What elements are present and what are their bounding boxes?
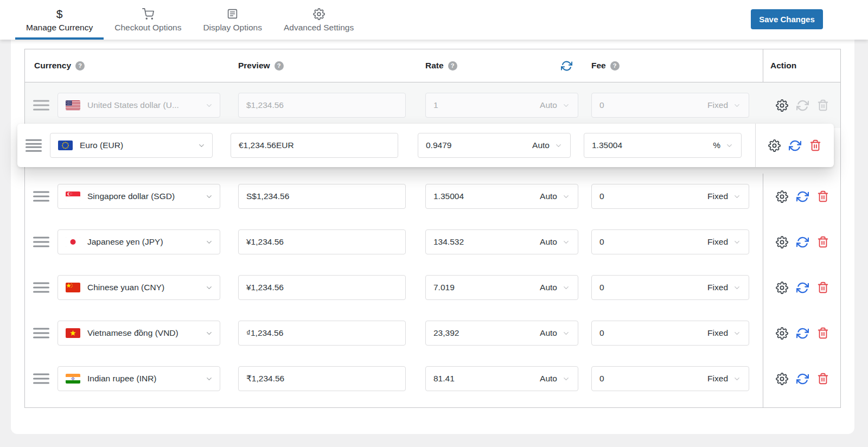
row-actions xyxy=(763,219,841,265)
fee-value-input[interactable]: 1.35004 xyxy=(592,141,622,150)
refresh-rate-icon[interactable] xyxy=(796,327,809,340)
fee-mode-label: % xyxy=(713,141,720,150)
refresh-rate-icon[interactable] xyxy=(796,282,809,294)
fee-mode-select[interactable]: Fixed xyxy=(707,374,741,384)
dragged-row-card[interactable]: Euro (EUR)€1,234.56EUR0.9479Auto1.35004% xyxy=(17,124,834,167)
chevron-down-icon xyxy=(562,284,570,292)
rate-mode-label: Auto xyxy=(540,328,557,338)
fee-mode-select[interactable]: Fixed xyxy=(707,191,741,201)
preview-input[interactable]: S$1,234.56 xyxy=(238,184,406,209)
currency-label: Singapore dollar (SGD) xyxy=(87,191,175,201)
row-actions xyxy=(763,356,841,401)
currency-select[interactable]: Vietnamese đồng (VND) xyxy=(58,321,220,346)
help-icon[interactable]: ? xyxy=(448,61,457,71)
rate-mode-select[interactable]: Auto xyxy=(540,374,570,384)
preview-value: ¥1,234.56 xyxy=(246,283,284,292)
settings-icon[interactable] xyxy=(776,236,788,248)
refresh-rate-icon[interactable] xyxy=(796,373,809,385)
tab-manage-currency[interactable]: $ Manage Currency xyxy=(15,0,104,40)
rate-value-input[interactable]: 1.35004 xyxy=(433,191,464,201)
preview-input[interactable]: €1,234.56EUR xyxy=(231,133,398,158)
tab-label: Manage Currency xyxy=(26,23,93,33)
fee-field: 0Fixed xyxy=(591,275,749,300)
delete-currency-icon[interactable] xyxy=(817,373,829,385)
help-icon[interactable]: ? xyxy=(75,61,85,71)
drag-handle-icon[interactable] xyxy=(33,283,49,293)
refresh-rate-icon[interactable] xyxy=(789,139,801,152)
rate-mode-select[interactable]: Auto xyxy=(540,237,570,247)
fee-value-input[interactable]: 0 xyxy=(599,191,604,201)
preview-input[interactable]: ¥1,234.56 xyxy=(238,229,406,254)
rate-mode-select[interactable]: Auto xyxy=(540,283,570,292)
refresh-rate-icon[interactable] xyxy=(796,190,809,203)
chevron-down-icon xyxy=(733,284,741,292)
fee-value-input[interactable]: 0 xyxy=(599,374,604,384)
drag-handle-icon[interactable] xyxy=(33,374,49,384)
refresh-rate-icon[interactable] xyxy=(796,236,809,248)
column-header-action: Action xyxy=(770,49,796,82)
currency-row-cny: Chinese yuan (CNY)¥1,234.567.019Auto0Fix… xyxy=(25,265,840,310)
rate-field: 134.532Auto xyxy=(425,229,578,254)
chevron-down-icon xyxy=(205,101,213,110)
chevron-down-icon xyxy=(733,101,741,110)
rate-value-input[interactable]: 134.532 xyxy=(433,237,464,247)
delete-currency-icon[interactable] xyxy=(817,327,829,339)
settings-icon[interactable] xyxy=(768,139,781,152)
tab-display-options[interactable]: Display Options xyxy=(192,0,273,40)
fee-mode-select[interactable]: Fixed xyxy=(707,237,741,247)
rate-value-input[interactable]: 7.019 xyxy=(433,283,455,292)
fee-value-input[interactable]: 0 xyxy=(599,328,604,338)
header-label: Rate xyxy=(425,61,444,71)
refresh-all-rates-icon[interactable] xyxy=(561,60,572,74)
rate-mode-label: Auto xyxy=(540,191,557,201)
currency-label: United States dollar (U... xyxy=(87,100,179,110)
settings-icon[interactable] xyxy=(776,373,788,385)
currency-select[interactable]: Singapore dollar (SGD) xyxy=(58,184,220,209)
fee-value-input[interactable]: 0 xyxy=(599,237,604,247)
settings-icon[interactable] xyxy=(776,327,788,340)
fee-field: 0Fixed xyxy=(591,321,749,346)
rate-value-input[interactable]: 81.41 xyxy=(433,374,455,384)
drag-handle-icon[interactable] xyxy=(33,237,49,247)
delete-currency-icon[interactable] xyxy=(817,282,829,293)
rate-mode-select[interactable]: Auto xyxy=(540,191,570,201)
preview-input[interactable]: ₫1,234.56 xyxy=(238,321,406,346)
settings-icon[interactable] xyxy=(776,99,788,112)
fee-mode-select[interactable]: Fixed xyxy=(707,283,741,292)
settings-icon[interactable] xyxy=(776,282,788,294)
row-actions xyxy=(763,265,841,310)
chevron-down-icon xyxy=(205,375,213,383)
rate-mode-label: Auto xyxy=(540,374,557,384)
currency-select[interactable]: Chinese yuan (CNY) xyxy=(58,275,220,300)
tab-advanced-settings[interactable]: Advanced Settings xyxy=(273,0,365,40)
delete-currency-icon[interactable] xyxy=(817,190,829,202)
save-changes-button[interactable]: Save Changes xyxy=(751,9,823,29)
preview-value: €1,234.56EUR xyxy=(239,141,294,150)
rate-mode-select[interactable]: Auto xyxy=(540,328,570,338)
delete-currency-icon[interactable] xyxy=(817,236,829,248)
drag-handle-icon[interactable] xyxy=(25,139,42,152)
drag-handle-icon[interactable] xyxy=(33,328,49,339)
tab-checkout-options[interactable]: Checkout Options xyxy=(104,0,192,40)
currency-select[interactable]: Euro (EUR) xyxy=(50,133,213,158)
help-icon[interactable]: ? xyxy=(275,61,284,71)
rate-mode-label: Auto xyxy=(540,283,557,292)
fee-mode-select[interactable]: Fixed xyxy=(707,328,741,338)
rate-value-input[interactable]: 23,392 xyxy=(433,328,459,338)
fee-value-input[interactable]: 0 xyxy=(599,283,604,292)
preview-input[interactable]: ¥1,234.56 xyxy=(238,275,406,300)
currency-select[interactable]: Japanese yen (JPY) xyxy=(58,229,220,254)
currency-row-jpy: Japanese yen (JPY)¥1,234.56134.532Auto0F… xyxy=(25,219,840,265)
settings-icon[interactable] xyxy=(776,190,788,203)
delete-currency-icon[interactable] xyxy=(809,139,821,151)
row-actions xyxy=(763,174,841,219)
fee-mode-select[interactable]: % xyxy=(713,141,733,150)
help-icon[interactable]: ? xyxy=(610,61,620,71)
column-header-fee: Fee ? xyxy=(591,49,620,82)
rate-value-input[interactable]: 0.9479 xyxy=(426,141,451,150)
rate-mode-select[interactable]: Auto xyxy=(532,141,563,150)
chevron-down-icon xyxy=(562,238,570,246)
preview-input[interactable]: ₹1,234.56 xyxy=(238,366,406,391)
drag-handle-icon[interactable] xyxy=(33,191,49,202)
currency-select[interactable]: Indian rupee (INR) xyxy=(58,366,220,391)
